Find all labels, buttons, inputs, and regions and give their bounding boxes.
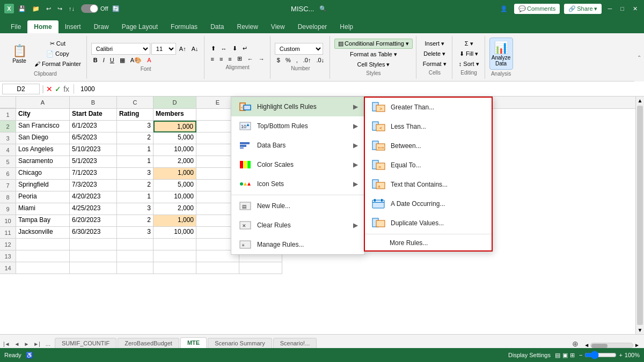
cell-b6[interactable]: 7/1/2023	[70, 168, 117, 180]
row-num-13[interactable]: 13	[0, 250, 16, 262]
more-sheets-btn[interactable]: ...	[43, 339, 53, 348]
border-btn[interactable]: ▦	[118, 56, 127, 65]
number-format-select[interactable]: Custom	[275, 43, 323, 55]
row-num-5[interactable]: 5	[0, 156, 16, 168]
col-header-b[interactable]: B	[70, 97, 117, 108]
indent-inc-btn[interactable]: →	[257, 54, 267, 63]
row-num-14[interactable]: 14	[0, 262, 16, 274]
refresh-btn[interactable]: 🔄	[110, 4, 122, 13]
indent-dec-btn[interactable]: ←	[245, 54, 255, 63]
cell-b2[interactable]: 6/1/2023	[70, 121, 117, 132]
align-top-btn[interactable]: ⬆	[209, 44, 218, 53]
row-num-6[interactable]: 6	[0, 168, 16, 180]
row-num-8[interactable]: 8	[0, 191, 16, 203]
cell-b13[interactable]	[70, 250, 117, 262]
italic-btn[interactable]: I	[101, 56, 107, 64]
align-center-btn[interactable]: ≡	[217, 54, 225, 63]
tab-page-layout[interactable]: Page Layout	[115, 20, 164, 33]
cell-c11[interactable]: 3	[117, 227, 153, 239]
tab-developer[interactable]: Developer	[291, 20, 334, 33]
cell-d5[interactable]: 2,000	[153, 156, 196, 168]
cell-d10[interactable]: 1,000	[153, 215, 196, 227]
cell-c1[interactable]: Rating	[117, 109, 153, 121]
sheet-tab-scenario-summary[interactable]: Scenario Summary	[208, 338, 272, 348]
zoom-slider[interactable]	[584, 351, 617, 359]
cell-b4[interactable]: 5/10/2023	[70, 144, 117, 156]
tab-formulas[interactable]: Formulas	[164, 20, 204, 33]
cell-a6[interactable]: Chicago	[16, 168, 70, 180]
dec-dec-btn[interactable]: .0↓	[314, 56, 326, 64]
insert-function-btn[interactable]: fx	[63, 85, 69, 93]
menu-color-scales[interactable]: Color Scales ▶	[231, 155, 364, 174]
account-btn[interactable]: 👤	[498, 4, 510, 13]
redo-btn[interactable]: ↪	[55, 4, 64, 13]
cell-d3[interactable]: 5,000	[153, 132, 196, 144]
row-num-10[interactable]: 10	[0, 215, 16, 227]
page-layout-btn[interactable]: ▣	[562, 352, 568, 359]
cell-d1[interactable]: Members	[153, 109, 196, 121]
cell-a7[interactable]: Springfield	[16, 180, 70, 191]
cell-a8[interactable]: Peoria	[16, 191, 70, 203]
cell-d14[interactable]	[153, 262, 196, 274]
submenu-duplicate-values[interactable]: Duplicate Values...	[365, 213, 492, 233]
scroll-thumb[interactable]	[637, 106, 643, 325]
sheet-tab-zero-budget[interactable]: ZeroBasedBudget	[118, 338, 179, 348]
cell-c9[interactable]: 3	[117, 203, 153, 215]
row-num-12[interactable]: 12	[0, 239, 16, 250]
cell-c8[interactable]: 1	[117, 191, 153, 203]
tab-first-btn[interactable]: |◄	[2, 340, 11, 348]
tab-review[interactable]: Review	[230, 20, 264, 33]
hscroll-right[interactable]: ►	[634, 342, 640, 348]
comments-btn[interactable]: 💬 Comments	[514, 4, 560, 14]
dec-font-btn[interactable]: A↓	[189, 45, 201, 53]
cell-c5[interactable]: 1	[117, 156, 153, 168]
normal-view-btn[interactable]: ▤	[555, 352, 560, 359]
cell-a3[interactable]: San Diego	[16, 132, 70, 144]
fill-btn[interactable]: ⬇ Fill ▾	[457, 49, 481, 58]
sum-btn[interactable]: Σ ▾	[457, 39, 481, 48]
cell-e14[interactable]	[196, 262, 239, 274]
formula-input[interactable]	[78, 84, 642, 94]
display-settings-btn[interactable]: Display Settings	[508, 352, 551, 358]
cell-a2[interactable]: San Francisco	[16, 121, 70, 132]
cell-b5[interactable]: 5/1/2023	[70, 156, 117, 168]
tab-file[interactable]: File	[4, 20, 27, 33]
cell-d7[interactable]: 5,000	[153, 180, 196, 191]
format-btn[interactable]: Format ▾	[421, 60, 449, 69]
add-sheet-btn[interactable]: ⊕	[569, 339, 582, 348]
cell-d6[interactable]: 1,000	[153, 168, 196, 180]
tab-next-btn[interactable]: ►	[23, 340, 30, 348]
cell-d9[interactable]: 2,000	[153, 203, 196, 215]
row-num-7[interactable]: 7	[0, 180, 16, 191]
cell-b12[interactable]	[70, 239, 117, 250]
wrap-text-btn[interactable]: ↵	[240, 44, 250, 53]
cell-d12[interactable]	[153, 239, 196, 250]
tab-help[interactable]: Help	[333, 20, 360, 33]
hscroll-thumb[interactable]	[591, 344, 608, 348]
cell-a13[interactable]	[16, 250, 70, 262]
merge-btn[interactable]: ⊞	[235, 54, 244, 63]
inc-font-btn[interactable]: A↑	[177, 45, 188, 53]
cell-a9[interactable]: Miami	[16, 203, 70, 215]
cell-c2[interactable]: 3	[117, 121, 153, 132]
font-size-select[interactable]: 11	[151, 43, 176, 55]
tab-last-btn[interactable]: ►|	[32, 340, 41, 348]
cell-c3[interactable]: 2	[117, 132, 153, 144]
cell-d2[interactable]: 1,000	[153, 121, 196, 132]
cell-a1[interactable]: City	[16, 109, 70, 121]
vertical-scrollbar[interactable]: ▲ ▼	[635, 97, 644, 334]
scroll-up-btn[interactable]: ▲	[636, 97, 644, 105]
submenu-greater-than[interactable]: > Greater Than...	[365, 98, 492, 117]
underline-btn[interactable]: U	[108, 56, 116, 64]
row-num-9[interactable]: 9	[0, 203, 16, 215]
row-num-11[interactable]: 11	[0, 227, 16, 239]
menu-manage-rules[interactable]: ≡ Manage Rules...	[231, 235, 364, 254]
menu-data-bars[interactable]: Data Bars ▶	[231, 136, 364, 155]
cell-b10[interactable]: 6/20/2023	[70, 215, 117, 227]
share-btn[interactable]: 🔗 Share ▾	[564, 4, 601, 14]
cell-b3[interactable]: 6/5/2023	[70, 132, 117, 144]
cell-c6[interactable]: 3	[117, 168, 153, 180]
page-break-btn[interactable]: ⊞	[570, 352, 575, 359]
menu-new-rule[interactable]: ▤ New Rule...	[231, 196, 364, 216]
align-right-btn[interactable]: ≡	[226, 54, 233, 63]
